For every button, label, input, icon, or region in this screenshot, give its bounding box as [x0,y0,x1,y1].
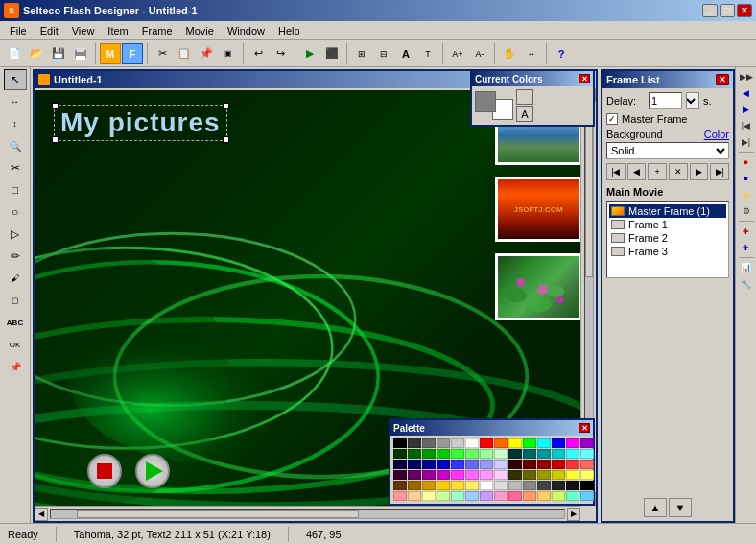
frame-next-button[interactable]: ▶ [690,163,709,180]
palette-cell[interactable] [393,460,407,469]
frame-move-up-button[interactable]: ▲ [644,498,667,517]
frame-3[interactable]: Frame 3 [609,245,726,258]
palette-cell[interactable] [523,460,536,469]
movie-btn[interactable]: M [100,43,121,64]
palette-cell[interactable] [480,449,493,459]
palette-cell[interactable] [422,481,436,490]
palette-cell[interactable] [552,470,565,480]
palette-cell[interactable] [451,449,464,459]
text-tool[interactable]: ABC [4,312,27,333]
palette-cell[interactable] [451,460,464,469]
palette-cell[interactable] [422,491,436,501]
rtool-red2[interactable]: ⚡ [739,187,754,202]
menu-view[interactable]: View [66,23,101,38]
line-color[interactable] [516,89,533,105]
hand-btn[interactable]: ✋ [499,43,520,64]
new-button[interactable]: 📄 [4,43,25,64]
select-tool[interactable]: ↖ [4,69,27,90]
rtool-end[interactable]: ▶| [739,134,754,150]
palette-cell[interactable] [537,481,551,490]
crop-tool[interactable]: ✂ [4,157,27,178]
stop-button[interactable] [87,454,122,488]
palette-cell[interactable] [508,438,522,448]
scroll-track[interactable] [50,509,565,519]
eraser-tool[interactable]: ◻ [4,290,27,311]
palette-cell[interactable] [465,491,479,501]
rect-tool[interactable]: □ [4,179,27,201]
frame-last-button[interactable]: ▶| [710,163,729,180]
frame-move-down-button[interactable]: ▼ [669,498,692,517]
palette-cell[interactable] [523,491,536,501]
zoom-tool[interactable]: 🔍 [4,135,27,156]
palette-cell[interactable] [480,481,493,490]
palette-cell[interactable] [393,481,407,490]
rtool-forward[interactable]: ▶ [739,102,754,117]
menu-frame[interactable]: Frame [136,23,178,38]
palette-cell[interactable] [451,470,464,480]
copy-button[interactable]: 📋 [174,43,195,64]
palette-cell[interactable] [465,449,479,459]
palette-cell[interactable] [537,460,551,469]
text-color[interactable]: A [516,106,533,122]
palette-cell[interactable] [508,470,522,480]
palette-cell[interactable] [422,460,436,469]
pan-btn[interactable]: ↔ [521,43,542,64]
cut-button[interactable]: ✂ [152,43,173,64]
scroll-left[interactable]: ◀ [35,508,48,521]
palette-cell[interactable] [494,438,508,448]
palette-cell[interactable] [537,438,551,448]
palette-cell[interactable] [422,470,436,480]
rtool-forward-end[interactable]: ▶▶ [739,69,754,84]
rtool-gear[interactable]: ⚙ [739,203,754,219]
palette-cell[interactable] [552,481,565,490]
help-btn[interactable]: ? [551,43,572,64]
palette-cell[interactable] [480,438,493,448]
palette-cell[interactable] [537,470,551,480]
transform-tool[interactable]: ↔ [4,91,27,112]
frame-master[interactable]: Master Frame (1) [609,204,726,218]
palette-cell[interactable] [408,449,421,459]
fill-type-select[interactable]: Solid [606,142,729,159]
save-button[interactable]: 💾 [48,43,69,64]
frame-1[interactable]: Frame 1 [609,218,726,231]
h-scrollbar[interactable]: ◀ ▶ [35,506,580,521]
photo-thumb-2[interactable]: JSOFTJ.COM [495,177,581,242]
palette-cell[interactable] [465,481,479,490]
paste-button[interactable]: 📌 [196,43,217,64]
frame-add-button[interactable]: + [648,163,667,180]
palette-cell[interactable] [408,491,421,501]
pencil-tool[interactable]: ✏ [4,246,27,267]
close-button[interactable]: ✕ [737,4,752,17]
palette-cell[interactable] [537,449,551,459]
palette-cell[interactable] [537,491,551,501]
rtool-back[interactable]: ◀ [739,85,754,101]
menu-movie[interactable]: Movie [180,23,220,38]
palette-cell[interactable] [508,481,522,490]
pin-tool[interactable]: 📌 [4,356,27,377]
palette-cell[interactable] [422,438,436,448]
palette-cell[interactable] [408,460,421,469]
frame-first-button[interactable]: |◀ [606,163,626,180]
ok-tool[interactable]: OK [4,334,27,355]
palette-cell[interactable] [494,449,508,459]
menu-file[interactable]: File [4,23,33,38]
flash-btn[interactable]: F [122,43,143,64]
palette-cell[interactable] [422,449,436,459]
resize-tool[interactable]: ↕ [4,113,27,134]
redo-button[interactable]: ↪ [270,43,291,64]
master-frame-checkbox[interactable] [606,113,618,125]
palette-cell[interactable] [552,438,565,448]
poly-tool[interactable]: ▷ [4,224,27,245]
menu-window[interactable]: Window [222,23,271,38]
delay-input[interactable] [649,92,682,109]
palette-cell[interactable] [580,460,594,469]
menu-item[interactable]: Item [102,23,133,38]
rtool-blue2[interactable]: ✚ [739,240,754,255]
play-button[interactable] [135,454,170,488]
palette-cell[interactable] [465,438,479,448]
palette-cell[interactable] [566,460,579,469]
play-button[interactable]: ▶ [299,43,320,64]
handle-tl[interactable] [52,103,59,109]
current-colors-close[interactable]: ✕ [579,74,590,83]
palette-cell[interactable] [494,481,508,490]
